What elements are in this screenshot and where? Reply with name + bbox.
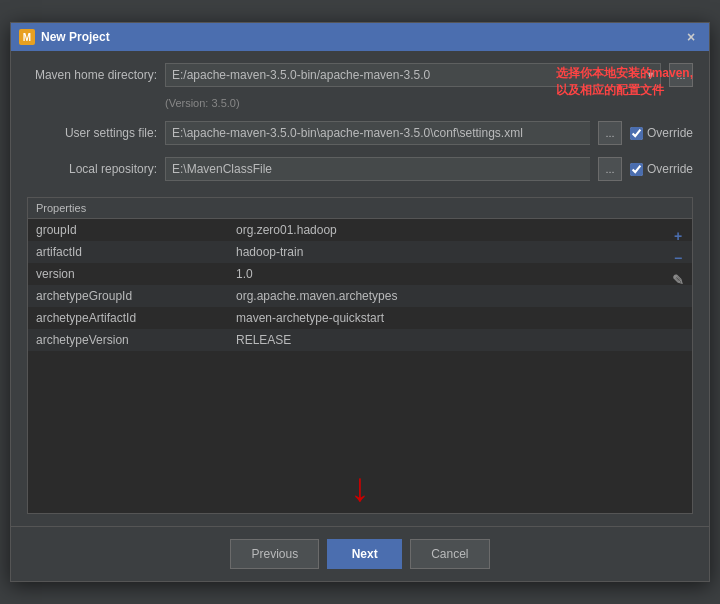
override-label-1: Override [647,126,693,140]
title-bar: M New Project × [11,23,709,51]
edit-property-button[interactable]: ✎ [668,270,688,290]
close-button[interactable]: × [681,27,701,47]
cancel-button[interactable]: Cancel [410,539,489,569]
previous-button[interactable]: Previous [230,539,319,569]
prop-key: artifactId [28,241,228,263]
table-row: version1.0 [28,263,692,285]
prop-value: org.zero01.hadoop [228,219,692,241]
prop-key: version [28,263,228,285]
prop-key: archetypeVersion [28,329,228,351]
override-checkbox-2[interactable] [630,163,643,176]
properties-header: Properties [28,198,692,219]
next-button[interactable]: Next [327,539,402,569]
remove-property-button[interactable]: − [668,248,688,268]
dialog-title: New Project [41,30,110,44]
user-settings-label: User settings file: [27,126,157,140]
user-settings-input[interactable] [165,121,590,145]
prop-value: maven-archetype-quickstart [228,307,692,329]
prop-value: 1.0 [228,263,692,285]
add-property-button[interactable]: + [668,226,688,246]
prop-key: groupId [28,219,228,241]
maven-home-browse-button[interactable]: ... [669,63,693,87]
properties-table: groupIdorg.zero01.hadoopartifactIdhadoop… [28,219,692,351]
table-row: artifactIdhadoop-train [28,241,692,263]
properties-section: Properties groupIdorg.zero01.hadoopartif… [27,197,693,514]
new-project-dialog: M New Project × Maven home directory: ▼ … [10,22,710,582]
maven-home-dropdown-button[interactable]: ▼ [641,63,661,87]
local-repo-label: Local repository: [27,162,157,176]
local-repo-input[interactable] [165,157,590,181]
override-label-2: Override [647,162,693,176]
user-settings-input-group [165,121,590,145]
table-row: archetypeVersionRELEASE [28,329,692,351]
prop-key: archetypeGroupId [28,285,228,307]
title-left: M New Project [19,29,110,45]
local-repo-browse-button[interactable]: ... [598,157,622,181]
dialog-icon: M [19,29,35,45]
prop-value: hadoop-train [228,241,692,263]
maven-home-input-group: ▼ [165,63,661,87]
local-repo-row: Local repository: ... Override [27,157,693,181]
bottom-section: ↓ Previous Next Cancel [11,526,709,581]
user-settings-row: User settings file: ... Override [27,121,693,145]
table-row: archetypeArtifactIdmaven-archetype-quick… [28,307,692,329]
maven-home-row: Maven home directory: ▼ ... [27,63,693,87]
prop-key: archetypeArtifactId [28,307,228,329]
prop-value: org.apache.maven.archetypes [228,285,692,307]
version-text: (Version: 3.5.0) [157,97,693,109]
local-repo-input-group [165,157,590,181]
override-group-1: Override [630,126,693,140]
prop-value: RELEASE [228,329,692,351]
table-row: groupIdorg.zero01.hadoop [28,219,692,241]
override-checkbox-1[interactable] [630,127,643,140]
maven-home-label: Maven home directory: [27,68,157,82]
override-group-2: Override [630,162,693,176]
maven-home-input[interactable] [165,63,641,87]
dialog-content: Maven home directory: ▼ ... (Version: 3.… [11,51,709,526]
table-row: archetypeGroupIdorg.apache.maven.archety… [28,285,692,307]
property-actions: + − ✎ [664,222,692,294]
user-settings-browse-button[interactable]: ... [598,121,622,145]
